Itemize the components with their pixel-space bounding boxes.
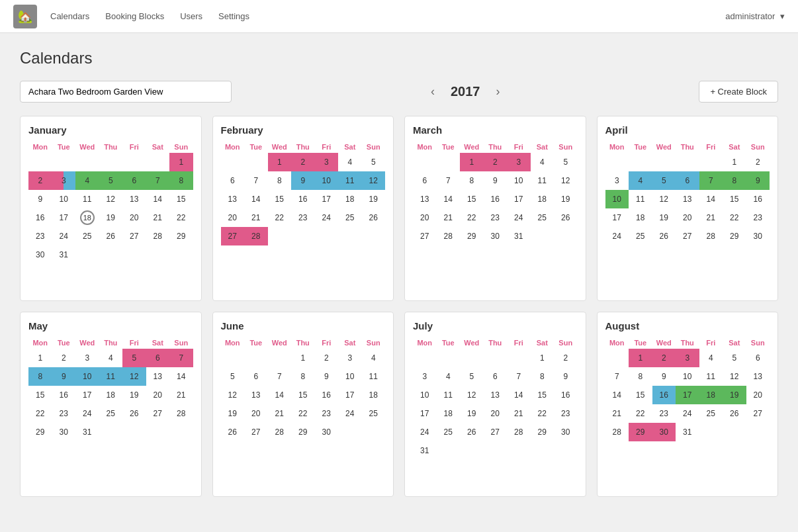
day-cell[interactable]: 29	[28, 423, 52, 441]
day-cell[interactable]: 24	[413, 423, 437, 441]
day-cell[interactable]: 21	[437, 208, 461, 227]
day-cell[interactable]: 23	[315, 404, 339, 423]
day-cell[interactable]: 12	[122, 367, 146, 386]
day-cell[interactable]: 4	[629, 171, 652, 190]
day-cell[interactable]: 8	[460, 171, 484, 190]
day-cell[interactable]: 2	[652, 349, 676, 367]
day-cell[interactable]: 4	[362, 349, 386, 367]
day-cell[interactable]: 7	[146, 171, 170, 190]
day-cell[interactable]: 5	[122, 349, 146, 367]
day-cell[interactable]: 13	[244, 386, 268, 404]
day-cell[interactable]: 26	[652, 227, 676, 245]
day-cell[interactable]: 7	[169, 349, 193, 367]
day-cell[interactable]: 22	[28, 404, 52, 423]
day-cell[interactable]: 15	[629, 386, 652, 404]
day-cell[interactable]: 17	[507, 190, 531, 208]
day-cell[interactable]: 20	[221, 208, 245, 227]
day-cell[interactable]: 17	[75, 386, 99, 404]
day-cell[interactable]: 28	[146, 227, 170, 245]
day-cell[interactable]: 3	[52, 171, 76, 190]
day-cell[interactable]: 12	[460, 386, 484, 404]
day-cell[interactable]: 22	[629, 404, 652, 423]
day-cell[interactable]: 9	[315, 367, 339, 386]
day-cell[interactable]: 30	[652, 423, 676, 441]
day-cell[interactable]: 7	[507, 367, 531, 386]
day-cell[interactable]: 18	[629, 208, 652, 227]
day-cell[interactable]: 24	[52, 227, 76, 245]
day-cell[interactable]: 20	[122, 208, 146, 227]
day-cell[interactable]: 5	[460, 367, 484, 386]
day-cell[interactable]: 29	[629, 423, 652, 441]
day-cell[interactable]: 28	[605, 423, 629, 441]
day-cell[interactable]: 7	[244, 171, 268, 190]
day-cell[interactable]: 20	[484, 404, 508, 423]
day-cell[interactable]: 9	[746, 171, 770, 190]
day-cell[interactable]: 1	[169, 153, 193, 171]
day-cell[interactable]: 22	[460, 208, 484, 227]
day-cell[interactable]: 13	[413, 190, 437, 208]
day-cell[interactable]: 24	[676, 404, 699, 423]
day-cell[interactable]: 21	[268, 404, 292, 423]
day-cell[interactable]: 4	[99, 349, 123, 367]
day-cell[interactable]: 30	[28, 245, 52, 264]
day-cell[interactable]: 12	[723, 367, 746, 386]
day-cell[interactable]: 16	[291, 190, 315, 208]
day-cell[interactable]: 4	[531, 153, 554, 171]
day-cell[interactable]: 9	[52, 367, 76, 386]
day-cell[interactable]: 8	[723, 171, 746, 190]
day-cell[interactable]: 31	[507, 227, 531, 245]
day-cell[interactable]: 4	[338, 153, 362, 171]
day-cell[interactable]: 27	[221, 227, 245, 245]
day-cell[interactable]: 23	[52, 404, 76, 423]
day-cell[interactable]: 30	[746, 227, 770, 245]
day-cell[interactable]: 15	[460, 190, 484, 208]
day-cell[interactable]: 5	[554, 153, 578, 171]
day-cell[interactable]: 3	[676, 349, 699, 367]
day-cell[interactable]: 28	[169, 404, 193, 423]
day-cell[interactable]: 3	[315, 153, 339, 171]
property-selector[interactable]	[20, 81, 232, 103]
day-cell[interactable]: 29	[460, 227, 484, 245]
day-cell[interactable]: 29	[723, 227, 746, 245]
day-cell[interactable]: 30	[554, 423, 578, 441]
day-cell[interactable]: 15	[268, 190, 292, 208]
day-cell[interactable]: 13	[484, 386, 508, 404]
day-cell[interactable]: 2	[291, 153, 315, 171]
prev-year-button[interactable]: ‹	[425, 82, 440, 101]
day-cell[interactable]: 22	[723, 208, 746, 227]
day-cell[interactable]: 14	[244, 190, 268, 208]
day-cell[interactable]: 22	[531, 404, 554, 423]
day-cell[interactable]: 6	[244, 367, 268, 386]
day-cell[interactable]: 14	[507, 386, 531, 404]
day-cell[interactable]: 12	[652, 190, 676, 208]
day-cell[interactable]: 6	[676, 171, 699, 190]
day-cell[interactable]: 16	[52, 386, 76, 404]
day-cell[interactable]: 18	[699, 386, 723, 404]
day-cell[interactable]: 25	[437, 423, 461, 441]
day-cell[interactable]: 28	[699, 227, 723, 245]
day-cell[interactable]: 8	[169, 171, 193, 190]
day-cell[interactable]: 10	[413, 386, 437, 404]
day-cell[interactable]: 10	[75, 367, 99, 386]
day-cell[interactable]: 28	[437, 227, 461, 245]
day-cell[interactable]: 23	[554, 404, 578, 423]
day-cell[interactable]: 11	[75, 190, 99, 208]
day-cell[interactable]: 20	[746, 386, 770, 404]
day-cell[interactable]: 22	[169, 208, 193, 227]
day-cell[interactable]: 26	[723, 404, 746, 423]
day-cell[interactable]: 17	[605, 208, 629, 227]
day-cell[interactable]: 25	[362, 404, 386, 423]
day-cell[interactable]: 23	[652, 404, 676, 423]
day-cell[interactable]: 1	[28, 349, 52, 367]
day-cell[interactable]: 22	[291, 404, 315, 423]
day-cell[interactable]: 16	[484, 190, 508, 208]
day-cell[interactable]: 25	[338, 208, 362, 227]
day-cell[interactable]: 19	[221, 404, 245, 423]
day-cell[interactable]: 1	[268, 153, 292, 171]
day-cell[interactable]: 31	[75, 423, 99, 441]
day-cell[interactable]: 11	[531, 171, 554, 190]
day-cell[interactable]: 17	[413, 404, 437, 423]
day-cell[interactable]: 19	[99, 208, 123, 227]
day-cell[interactable]: 16	[554, 386, 578, 404]
day-cell[interactable]: 3	[75, 349, 99, 367]
